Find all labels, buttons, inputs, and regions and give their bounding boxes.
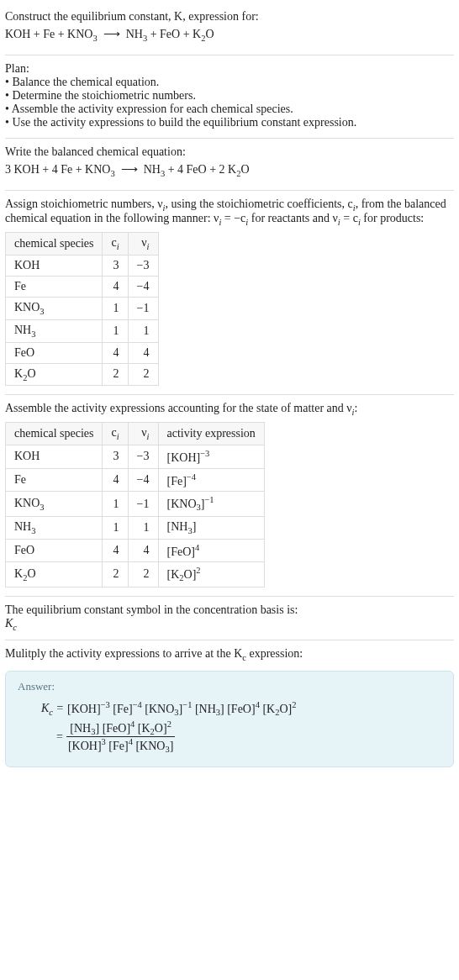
cell-vi: −4	[128, 276, 158, 297]
col-species: chemical species	[6, 233, 103, 256]
cell-vi: 2	[128, 363, 158, 386]
table-header-row: chemical species ci νi	[6, 233, 159, 256]
cell-species: Fe	[6, 468, 103, 492]
col-ci: ci	[103, 233, 128, 256]
cell-species: NH3	[6, 319, 103, 342]
activity-table: chemical species ci νi activity expressi…	[5, 422, 265, 587]
equals-sign: =	[56, 730, 63, 744]
answer-label: Answer:	[18, 680, 441, 693]
cell-species: Fe	[6, 276, 103, 297]
prompt-section: Construct the equilibrium constant, K, e…	[5, 3, 454, 55]
cell-activity: [KNO3]−1	[158, 492, 264, 516]
cell-species: KNO3	[6, 297, 103, 319]
col-activity: activity expression	[158, 423, 264, 445]
table-row: KOH3−3	[6, 255, 159, 276]
balanced-equation: 3 KOH + 4 Fe + KNO3 ⟶ NH3 + 4 FeO + 2 K2…	[5, 162, 454, 178]
table-row: NH311[NH3]	[6, 516, 265, 539]
col-vi: νi	[128, 423, 158, 445]
kc-symbol: Kc	[5, 617, 454, 632]
cell-ci: 2	[103, 562, 128, 587]
cell-ci: 1	[103, 297, 128, 319]
table-row: KNO31−1	[6, 297, 159, 319]
kc-flat-expression: [KOH]−3 [Fe]−4 [KNO3]−1 [NH3] [FeO]4 [K2…	[67, 700, 296, 717]
table-row: NH311	[6, 319, 159, 342]
cell-ci: 2	[103, 363, 128, 386]
cell-ci: 3	[103, 255, 128, 276]
multiply-section: Mulitply the activity expressions to arr…	[5, 640, 454, 671]
cell-vi: −3	[128, 445, 158, 468]
cell-vi: −1	[128, 492, 158, 516]
kc-lhs: Kc =	[41, 702, 64, 717]
cell-vi: 4	[128, 342, 158, 363]
table-row: FeO44[FeO]4	[6, 539, 265, 562]
cell-ci: 1	[103, 319, 128, 342]
cell-vi: −1	[128, 297, 158, 319]
col-vi: νi	[128, 233, 158, 256]
cell-ci: 3	[103, 445, 128, 468]
cell-species: KOH	[6, 445, 103, 468]
plan-bullet: • Use the activity expressions to build …	[5, 116, 454, 129]
cell-ci: 4	[103, 276, 128, 297]
cell-activity: [Fe]−4	[158, 468, 264, 492]
activity-section: Assemble the activity expressions accoun…	[5, 394, 454, 595]
cell-species: KNO3	[6, 492, 103, 516]
cell-vi: −3	[128, 255, 158, 276]
cell-activity: [NH3]	[158, 516, 264, 539]
stoich-intro: Assign stoichiometric numbers, νi, using…	[5, 198, 454, 228]
table-row: Fe4−4	[6, 276, 159, 297]
cell-vi: 1	[128, 516, 158, 539]
cell-vi: 2	[128, 562, 158, 587]
cell-ci: 4	[103, 539, 128, 562]
table-header-row: chemical species ci νi activity expressi…	[6, 423, 265, 445]
cell-species: KOH	[6, 255, 103, 276]
table-row: K2O22[K2O]2	[6, 562, 265, 587]
answer-box: Answer: Kc = [KOH]−3 [Fe]−4 [KNO3]−1 [NH…	[5, 671, 454, 767]
balanced-section: Write the balanced chemical equation: 3 …	[5, 138, 454, 190]
cell-species: K2O	[6, 562, 103, 587]
plan-bullet: • Determine the stoichiometric numbers.	[5, 89, 454, 103]
stoich-table: chemical species ci νi KOH3−3Fe4−4KNO31−…	[5, 232, 159, 386]
balanced-title: Write the balanced chemical equation:	[5, 145, 454, 159]
table-row: KOH3−3[KOH]−3	[6, 445, 265, 468]
kc-symbol-text: The equilibrium constant symbol in the c…	[5, 603, 454, 617]
cell-ci: 1	[103, 492, 128, 516]
cell-species: FeO	[6, 539, 103, 562]
cell-species: FeO	[6, 342, 103, 363]
cell-activity: [KOH]−3	[158, 445, 264, 468]
cell-ci: 4	[103, 468, 128, 492]
cell-vi: 4	[128, 539, 158, 562]
cell-vi: 1	[128, 319, 158, 342]
plan-bullet: • Assemble the activity expression for e…	[5, 103, 454, 116]
answer-math: Kc = [KOH]−3 [Fe]−4 [KNO3]−1 [NH3] [FeO]…	[18, 700, 441, 754]
plan-title: Plan:	[5, 62, 454, 76]
fraction-denominator: [KOH]3 [Fe]4 [KNO3]	[66, 737, 175, 754]
col-species: chemical species	[6, 423, 103, 445]
prompt-text: Construct the equilibrium constant, K, e…	[5, 10, 454, 24]
cell-activity: [FeO]4	[158, 539, 264, 562]
kc-symbol-section: The equilibrium constant symbol in the c…	[5, 596, 454, 640]
cell-activity: [K2O]2	[158, 562, 264, 587]
unbalanced-equation: KOH + Fe + KNO3 ⟶ NH3 + FeO + K2O	[5, 27, 454, 43]
cell-species: NH3	[6, 516, 103, 539]
kc-fraction: [NH3] [FeO]4 [K2O]2 [KOH]3 [Fe]4 [KNO3]	[66, 719, 175, 755]
activity-intro: Assemble the activity expressions accoun…	[5, 402, 454, 417]
table-row: KNO31−1[KNO3]−1	[6, 492, 265, 516]
cell-ci: 4	[103, 342, 128, 363]
col-ci: ci	[103, 423, 128, 445]
multiply-text: Mulitply the activity expressions to arr…	[5, 647, 454, 662]
cell-ci: 1	[103, 516, 128, 539]
cell-species: K2O	[6, 363, 103, 386]
cell-vi: −4	[128, 468, 158, 492]
plan-bullet: • Balance the chemical equation.	[5, 76, 454, 89]
table-row: K2O22	[6, 363, 159, 386]
table-row: Fe4−4[Fe]−4	[6, 468, 265, 492]
stoich-section: Assign stoichiometric numbers, νi, using…	[5, 190, 454, 395]
table-row: FeO44	[6, 342, 159, 363]
plan-section: Plan: • Balance the chemical equation. •…	[5, 55, 454, 138]
fraction-numerator: [NH3] [FeO]4 [K2O]2	[66, 719, 175, 737]
